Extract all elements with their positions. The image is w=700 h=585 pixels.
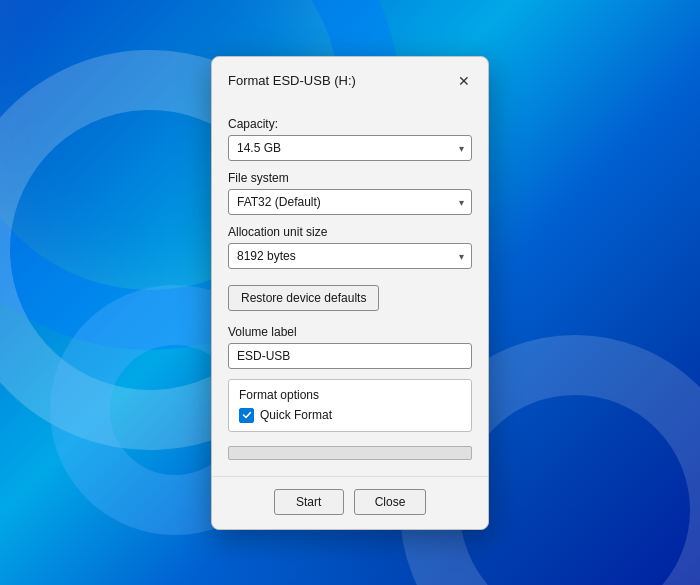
- format-options-box: Format options Quick Format: [228, 379, 472, 432]
- allocation-unit-label: Allocation unit size: [228, 225, 472, 239]
- allocation-unit-select-wrapper: 512 bytes 1024 bytes 2048 bytes 4096 byt…: [228, 243, 472, 269]
- allocation-unit-select[interactable]: 512 bytes 1024 bytes 2048 bytes 4096 byt…: [228, 243, 472, 269]
- volume-label-input[interactable]: [228, 343, 472, 369]
- capacity-select-wrapper: 14.5 GB ▾: [228, 135, 472, 161]
- format-options-section: Format options Quick Format: [228, 379, 472, 432]
- quick-format-label: Quick Format: [260, 408, 332, 422]
- close-button[interactable]: Close: [354, 489, 427, 515]
- dialog-overlay: Format ESD-USB (H:) ✕ Capacity: 14.5 GB …: [0, 0, 700, 585]
- volume-label-label: Volume label: [228, 325, 472, 339]
- dialog-footer: Start Close: [212, 476, 488, 529]
- file-system-label: File system: [228, 171, 472, 185]
- progress-bar: [228, 446, 472, 460]
- dialog-body: Capacity: 14.5 GB ▾ File system FAT32 (D…: [212, 103, 488, 476]
- title-bar: Format ESD-USB (H:) ✕: [212, 57, 488, 103]
- file-system-select-wrapper: FAT32 (Default) NTFS exFAT ▾: [228, 189, 472, 215]
- quick-format-row: Quick Format: [239, 408, 461, 423]
- close-title-button[interactable]: ✕: [452, 69, 476, 93]
- checkmark-icon: [242, 410, 252, 420]
- restore-defaults-button[interactable]: Restore device defaults: [228, 285, 379, 311]
- format-options-label: Format options: [239, 388, 461, 402]
- capacity-select[interactable]: 14.5 GB: [228, 135, 472, 161]
- dialog-title: Format ESD-USB (H:): [228, 73, 356, 88]
- format-dialog: Format ESD-USB (H:) ✕ Capacity: 14.5 GB …: [211, 56, 489, 530]
- quick-format-checkbox[interactable]: [239, 408, 254, 423]
- start-button[interactable]: Start: [274, 489, 344, 515]
- file-system-select[interactable]: FAT32 (Default) NTFS exFAT: [228, 189, 472, 215]
- capacity-label: Capacity:: [228, 117, 472, 131]
